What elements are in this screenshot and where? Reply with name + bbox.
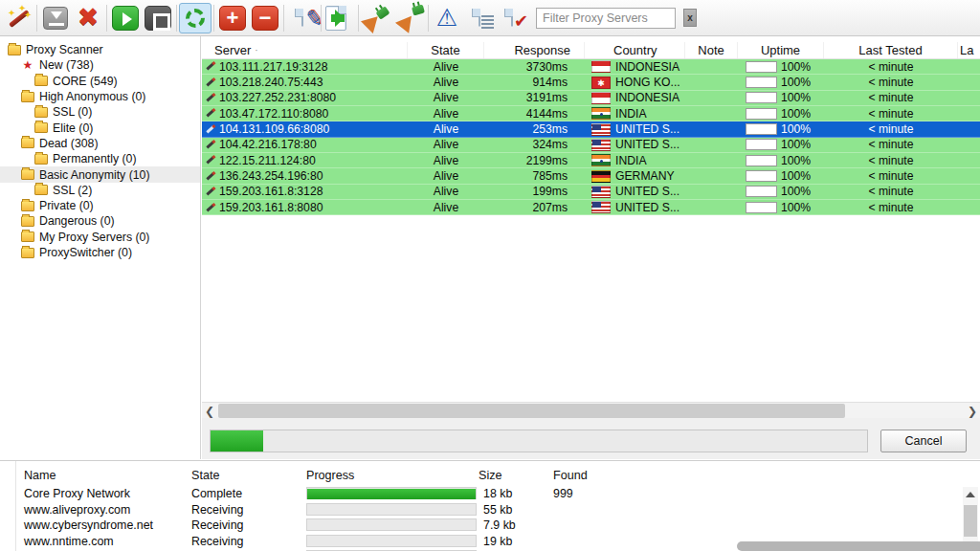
column-header-name[interactable]: Name [24, 469, 56, 484]
last-tested-cell: < minute [824, 153, 958, 167]
remove-proxy-button[interactable]: − [249, 3, 281, 33]
connect-proxy-button[interactable] [361, 3, 393, 33]
scroll-up-arrow[interactable] [963, 487, 978, 502]
sidebar-item-ssl2[interactable]: SSL (2) [0, 183, 200, 198]
add-proxy-button[interactable]: + [216, 3, 249, 33]
sidebar-item-label: SSL (2) [53, 184, 92, 197]
sidebar-item-label: Basic Anonymity (10) [39, 168, 150, 182]
sidebar-item-ssl[interactable]: SSL (0) [0, 104, 200, 120]
warning-icon: ⚠ [436, 6, 457, 30]
table-row[interactable]: 136.243.254.196:80 Alive 785ms GERMANY 1… [202, 168, 980, 184]
sidebar-item-elite[interactable]: Elite (0) [0, 120, 200, 135]
plus-icon: + [219, 6, 246, 31]
sidebar-item-private[interactable]: Private (0) [0, 198, 200, 213]
folder-icon [21, 248, 34, 258]
response-cell: 914ms [484, 75, 585, 89]
scroll-right-arrow[interactable]: ❯ [965, 403, 980, 419]
sidebar-item-basic-anonymity[interactable]: Basic Anonymity (10) [0, 166, 200, 182]
magic-wand-button[interactable]: ✦✦✦ [2, 3, 34, 33]
folder-icon [21, 201, 34, 211]
warning-button[interactable]: ⚠ [431, 3, 463, 33]
column-header-found[interactable]: Found [553, 469, 588, 484]
filter-proxy-input[interactable] [536, 8, 676, 29]
sidebar-item-high-anonymous[interactable]: High Anonymous (0) [0, 89, 200, 104]
sidebar-item-permanently[interactable]: Permanently (0) [0, 151, 200, 166]
filter-clear-button[interactable]: x [683, 9, 697, 27]
country-cell: GERMANY [615, 169, 675, 183]
source-name-cell: Core Proxy Network [24, 487, 130, 500]
column-header-progress[interactable]: Progress [306, 469, 354, 484]
stop-icon [145, 6, 171, 31]
edit-proxy-button[interactable]: ✎ [286, 3, 319, 33]
table-row[interactable]: 103.111.217.19:3128 Alive 3730ms INDONES… [202, 59, 980, 75]
column-header-state[interactable]: State [191, 469, 219, 484]
table-row[interactable]: 103.227.252.231:8080 Alive 3191ms INDONE… [202, 91, 980, 106]
overlay-scrollbar-thumb[interactable] [737, 541, 980, 551]
country-flag-icon [591, 201, 611, 213]
note-cell [685, 121, 738, 136]
scan-progress-area: Cancel [202, 418, 980, 459]
country-flag-icon [591, 60, 611, 73]
sidebar-item-proxyswitcher[interactable]: ProxySwitcher (0) [0, 245, 200, 260]
table-row[interactable]: 103.218.240.75:443 Alive 914ms HONG KO..… [202, 75, 980, 90]
start-scan-button[interactable] [109, 3, 142, 33]
proxy-icon [206, 63, 213, 71]
scroll-left-arrow[interactable]: ❮ [202, 403, 217, 419]
sidebar-item-dead[interactable]: Dead (308) [0, 136, 200, 151]
folder-icon [34, 185, 48, 195]
scrollbar-thumb[interactable] [964, 505, 977, 537]
column-header-state[interactable]: State [408, 42, 484, 58]
sidebar-item-my-proxy-servers[interactable]: My Proxy Servers (0) [0, 230, 200, 245]
table-row-selected[interactable]: 104.131.109.66:8080 Alive 253ms UNITED S… [202, 121, 980, 137]
column-header-la[interactable]: La [958, 42, 980, 58]
folder-icon [21, 231, 34, 242]
verify-button[interactable]: ✔ [496, 3, 528, 33]
column-header-country[interactable]: Country [585, 42, 685, 58]
column-header-server[interactable]: Server· [202, 42, 408, 58]
country-cell: HONG KO... [615, 76, 680, 89]
sidebar-item-dangerous[interactable]: Dangerous (0) [0, 213, 200, 229]
last-tested-cell: < minute [824, 106, 958, 121]
horizontal-scrollbar[interactable]: ❮ ❯ [202, 402, 980, 418]
sidebar-item-core[interactable]: CORE (549) [0, 74, 200, 89]
delete-button[interactable]: ✖ [72, 3, 104, 33]
country-cell: INDONESIA [615, 60, 679, 74]
column-header-uptime[interactable]: Uptime [738, 42, 824, 58]
column-header-last-tested[interactable]: Last Tested [824, 42, 958, 58]
country-cell: UNITED S... [615, 201, 679, 214]
connect-plug-icon [363, 6, 391, 31]
sidebar-item-new[interactable]: ★New (738) [0, 57, 200, 73]
stop-scan-button[interactable] [142, 3, 174, 33]
report-button[interactable] [463, 3, 496, 33]
disconnect-proxy-button[interactable] [393, 3, 426, 33]
cancel-button[interactable]: Cancel [880, 430, 967, 452]
state-cell: Alive [408, 75, 484, 89]
response-cell: 253ms [484, 121, 585, 136]
table-row[interactable]: 104.42.216.178:80 Alive 324ms UNITED S..… [202, 138, 980, 153]
folder-icon [21, 92, 34, 102]
table-row[interactable]: 159.203.161.8:8080 Alive 207ms UNITED S.… [202, 200, 980, 215]
column-header-size[interactable]: Size [479, 469, 502, 484]
source-row[interactable]: www.cybersyndrome.net Receiving 7.9 kb [0, 518, 957, 534]
column-header-response[interactable]: Response [484, 42, 585, 58]
folder-icon [21, 216, 34, 227]
sidebar-item-proxy-scanner[interactable]: Proxy Scanner [0, 42, 200, 57]
download-button[interactable] [39, 3, 72, 33]
note-cell [685, 168, 738, 183]
source-row[interactable]: www.aliveproxy.com Receiving 55 kb [0, 502, 957, 518]
sidebar-item-label: SSL (0) [53, 105, 92, 119]
report-icon [479, 10, 480, 27]
export-button[interactable] [323, 3, 356, 33]
table-row[interactable]: 159.203.161.8:3128 Alive 199ms UNITED S.… [202, 185, 980, 200]
proxy-switcher-window: ✦✦✦ ✖ + − ✎ [0, 0, 980, 551]
download-icon [43, 7, 68, 30]
country-flag-icon [591, 77, 611, 89]
table-row[interactable]: 103.47.172.110:8080 Alive 4144ms INDIA 1… [202, 106, 980, 121]
play-icon [112, 6, 139, 31]
source-row[interactable]: Core Proxy Network Complete 18 kb 999 [0, 486, 957, 502]
table-row[interactable]: 122.15.211.124:80 Alive 2199ms INDIA 100… [202, 153, 980, 168]
column-header-note[interactable]: Note [685, 42, 738, 58]
scrollbar-thumb[interactable] [218, 404, 845, 418]
refresh-button[interactable] [179, 3, 212, 33]
folder-icon [21, 169, 34, 180]
